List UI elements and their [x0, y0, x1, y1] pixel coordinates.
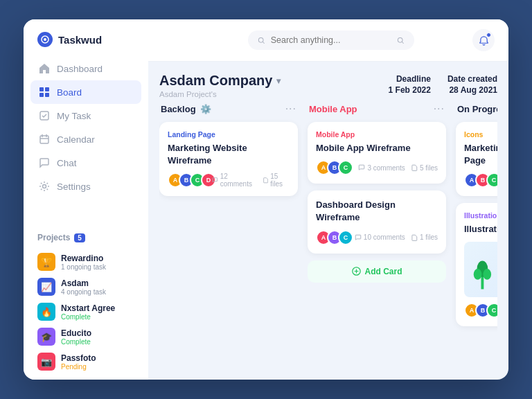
card-marketing-website: Landing Page Marketing Website Wireframe…: [159, 122, 298, 196]
card-tag: Mobile App: [316, 130, 438, 139]
card-title: Dashboard Design Wireframe: [316, 199, 438, 224]
search-box[interactable]: [248, 30, 414, 50]
project-info-educito: Educito Complete: [61, 328, 91, 346]
illustration-svg: [464, 242, 497, 296]
calendar-icon: [39, 134, 50, 145]
card-stats: 10 comments 1 files: [355, 233, 438, 241]
card-dashboard-wireframe: Dashboard Design Wireframe A B C 10 comm: [308, 190, 446, 253]
project-item-educito[interactable]: 🎓 Educito Complete: [37, 324, 134, 349]
add-card-button[interactable]: Add Card: [308, 260, 446, 283]
backlog-status-icon: ⚙️: [200, 104, 211, 114]
header-right: [472, 29, 495, 51]
date-created-meta: Date created 28 Aug 2021: [447, 73, 497, 95]
svg-point-8: [43, 185, 46, 188]
projects-section: Projects 5 🏆 Rewardino 1 ongoing task 📈 …: [24, 226, 148, 380]
card-avatars: A B C D: [168, 172, 212, 188]
comment-icon: [358, 164, 365, 171]
avatar: C: [338, 230, 353, 245]
app-name: Taskwud: [58, 34, 102, 46]
notification-button[interactable]: [472, 29, 495, 51]
board-meta: Deadline 1 Feb 2022 Date created 28 Aug …: [389, 73, 497, 95]
card-avatars: A B C: [316, 160, 349, 175]
logo-icon: [37, 32, 53, 47]
card-tag: Illustration: [464, 211, 497, 220]
sidebar-item-settings[interactable]: Settings: [30, 175, 141, 198]
comments-stat: 3 comments: [358, 164, 405, 172]
board-title: Asdam Company ▾: [159, 73, 281, 89]
project-info-rewardino: Rewardino 1 ongoing task: [61, 254, 106, 271]
column-title-progress: On Progress: [457, 104, 497, 114]
sidebar-item-my-task[interactable]: My Task: [30, 104, 141, 127]
search-input[interactable]: [271, 35, 392, 45]
project-item-passfoto[interactable]: 📷 Passfoto Pending: [37, 349, 134, 374]
card-tag: Icons: [464, 130, 497, 139]
project-info-passfoto: Passfoto Pending: [61, 353, 96, 371]
sidebar-item-dashboard[interactable]: Dashboard: [30, 57, 141, 80]
home-icon: [39, 63, 50, 74]
project-item-asdam[interactable]: 📈 Asdam 4 ongoing task: [37, 274, 134, 299]
project-avatar-nxstart: 🔥: [37, 303, 55, 321]
project-avatar-educito: 🎓: [37, 328, 55, 346]
svg-rect-5: [45, 93, 49, 97]
file-icon: [411, 164, 418, 171]
main-content: Asdam Company ▾ Asdam Project's Deadline…: [148, 19, 508, 380]
comment-icon: [212, 177, 218, 184]
project-item-nxstart[interactable]: 🔥 Nxstart Agree Complete: [37, 299, 134, 324]
projects-header: Projects 5: [37, 233, 134, 242]
board-header: Asdam Company ▾ Asdam Project's Deadline…: [159, 73, 497, 98]
board-area: Asdam Company ▾ Asdam Project's Deadline…: [148, 62, 508, 380]
project-avatar-rewardino: 🏆: [37, 253, 55, 271]
card-avatars: A B C: [316, 230, 349, 245]
svg-point-15: [474, 269, 482, 281]
app-window: Taskwud Dashboard Board My Task Calendar…: [24, 19, 508, 380]
board-columns: Backlog ⚙️ ··· Landing Page Marketing We…: [159, 103, 497, 380]
column-on-progress: On Progress 📊 ··· Icons Marketing Icons …: [456, 103, 497, 373]
column-header-on-progress: On Progress 📊 ···: [456, 103, 497, 115]
mobile-more-button[interactable]: ···: [434, 103, 445, 115]
plus-icon: [352, 267, 361, 276]
card-footer: A B C 7 comments: [464, 303, 497, 318]
card-stats: 12 comments 15 files: [212, 172, 290, 188]
card-footer: A B C D 3 Comments: [464, 172, 497, 188]
card-title: Marketing Icons for Landing Page: [464, 142, 497, 167]
board-title-section: Asdam Company ▾ Asdam Project's: [159, 73, 281, 98]
board-icon: [39, 87, 50, 98]
sidebar-item-chat[interactable]: Chat: [30, 151, 141, 175]
backlog-more-button[interactable]: ···: [285, 103, 296, 115]
card-avatars: A B C D: [464, 172, 497, 188]
card-footer: A B C 3 comments: [316, 160, 438, 175]
comments-stat: 12 comments: [212, 172, 257, 188]
sidebar-item-calendar[interactable]: Calendar: [30, 127, 141, 151]
card-title: Mobile App Wireframe: [316, 142, 438, 154]
card-title: Marketing Website Wireframe: [168, 142, 290, 167]
comment-icon: [355, 234, 362, 241]
file-icon: [263, 177, 269, 184]
sidebar: Taskwud Dashboard Board My Task Calendar…: [24, 19, 148, 380]
sidebar-item-board[interactable]: Board: [30, 80, 141, 104]
card-illustration-onboarding: Illustration Illustration for Onboarding: [456, 203, 497, 326]
card-avatars: A B C: [464, 303, 497, 318]
files-stat: 15 files: [263, 172, 290, 188]
svg-rect-4: [39, 93, 44, 97]
svg-rect-3: [45, 87, 49, 91]
avatar: C: [338, 160, 353, 175]
search-submit-icon: [397, 36, 405, 45]
column-mobile-app: Mobile App ··· Mobile App Mobile App Wir…: [308, 103, 446, 373]
comments-stat: 10 comments: [355, 233, 405, 241]
project-avatar-passfoto: 📷: [37, 353, 55, 371]
logo: Taskwud: [24, 19, 148, 57]
column-title-mobile: Mobile App: [309, 104, 357, 114]
card-mobile-app-wireframe: Mobile App Mobile App Wireframe A B C: [308, 122, 446, 184]
avatar: C: [486, 303, 497, 318]
project-item-rewardino[interactable]: 🏆 Rewardino 1 ongoing task: [37, 249, 134, 274]
deadline-meta: Deadline 1 Feb 2022: [389, 73, 431, 95]
svg-point-16: [483, 269, 491, 281]
chat-icon: [39, 157, 50, 168]
card-tag: Landing Page: [168, 130, 290, 139]
project-info-nxstart: Nxstart Agree Complete: [61, 303, 115, 321]
dropdown-arrow[interactable]: ▾: [276, 76, 281, 86]
card-stats: 3 comments 5 files: [358, 164, 438, 172]
board-subtitle: Asdam Project's: [159, 90, 281, 98]
file-icon: [411, 234, 418, 241]
nav-items: Dashboard Board My Task Calendar Chat Se…: [24, 57, 148, 226]
